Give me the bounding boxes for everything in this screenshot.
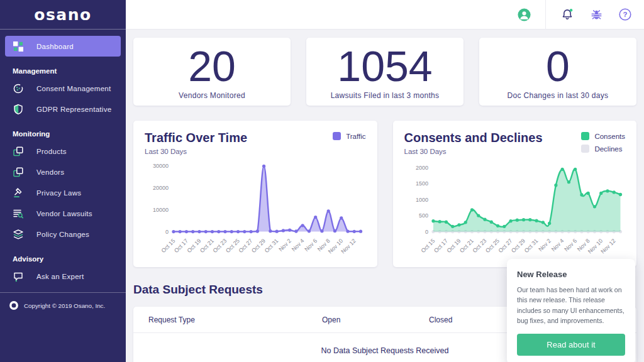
- svg-text:Nov 6: Nov 6: [303, 238, 318, 253]
- bug-report-icon[interactable]: [589, 7, 604, 22]
- svg-text:Oct 31: Oct 31: [264, 238, 280, 254]
- chart-subtitle: Last 30 Days: [404, 148, 543, 155]
- svg-text:Oct 23: Oct 23: [212, 238, 228, 254]
- dashboard-icon: [13, 41, 24, 52]
- svg-text:0: 0: [425, 228, 428, 234]
- stat-label: Vendors Monitored: [179, 91, 245, 100]
- consents-line-chart: 0500100015002000Oct 15Oct 17Oct 19Oct 21…: [404, 156, 626, 256]
- legend-label: Consents: [594, 133, 625, 140]
- chart-subtitle: Last 30 Days: [145, 148, 247, 155]
- topbar-divider: [545, 0, 546, 30]
- sidebar: osano Dashboard Management Consent Manag…: [0, 0, 126, 362]
- legend-entry-declines: Declines: [581, 145, 625, 153]
- svg-text:Oct 31: Oct 31: [523, 238, 539, 254]
- svg-text:Oct 17: Oct 17: [173, 238, 189, 254]
- charts-row: Traffic Over Time Last 30 Days Traffic 0…: [133, 121, 636, 267]
- svg-text:2000: 2000: [415, 165, 428, 171]
- svg-text:Oct 21: Oct 21: [199, 238, 215, 254]
- sidebar-item-label: Vendor Lawsuits: [36, 210, 92, 217]
- copyright-text: Copyright © 2019 Osano, Inc.: [24, 302, 105, 309]
- layers-icon: [13, 229, 24, 240]
- svg-text:Nov 4: Nov 4: [291, 238, 306, 253]
- osano-ring-icon: [9, 300, 19, 310]
- sidebar-item-label: Privacy Laws: [36, 189, 81, 197]
- chart-title: Traffic Over Time: [145, 131, 247, 145]
- overlapping-squares-icon: [13, 146, 24, 157]
- traffic-chart-card: Traffic Over Time Last 30 Days Traffic 0…: [133, 121, 377, 267]
- svg-text:0: 0: [165, 228, 169, 234]
- sidebar-item-label: Ask an Expert: [36, 273, 84, 280]
- stat-value: 20: [188, 46, 236, 87]
- svg-text:Nov 4: Nov 4: [550, 238, 565, 253]
- speech-bubble-icon: [13, 271, 24, 282]
- svg-text:1000: 1000: [415, 197, 428, 203]
- list-search-icon: [13, 208, 24, 219]
- gavel-icon: [13, 187, 24, 199]
- notifications-bell-icon[interactable]: [560, 7, 575, 22]
- popup-title: New Release: [517, 270, 625, 279]
- chart-title: Consents and Declines: [404, 131, 543, 145]
- section-header-advisory: Advisory: [13, 255, 113, 263]
- cookie-icon: [13, 83, 24, 94]
- svg-text:Oct 27: Oct 27: [238, 238, 254, 254]
- svg-text:Nov 2: Nov 2: [277, 238, 292, 253]
- stat-card-doc-changes: 0 Doc Changes in last 30 days: [479, 38, 636, 106]
- svg-text:Oct 25: Oct 25: [225, 238, 241, 254]
- sidebar-item-label: Policy Changes: [36, 231, 89, 238]
- svg-text:Oct 27: Oct 27: [497, 238, 513, 254]
- shield-icon: [13, 104, 24, 115]
- sidebar-item-dashboard[interactable]: Dashboard: [5, 36, 121, 57]
- sidebar-item-vendors[interactable]: Vendors: [0, 162, 126, 182]
- svg-text:Oct 29: Oct 29: [510, 238, 526, 254]
- svg-text:Oct 17: Oct 17: [433, 238, 449, 254]
- svg-text:30000: 30000: [153, 163, 169, 169]
- sidebar-item-vendor-lawsuits[interactable]: Vendor Lawsuits: [0, 203, 126, 224]
- svg-text:Oct 19: Oct 19: [445, 238, 462, 254]
- sidebar-item-label: GDPR Representative: [36, 106, 111, 113]
- svg-text:500: 500: [418, 212, 428, 219]
- help-icon[interactable]: ?: [618, 7, 633, 22]
- stats-row: 20 Vendors Monitored 1054 Lawsuits Filed…: [133, 38, 636, 106]
- legend-label: Traffic: [346, 133, 365, 140]
- section-header-management: Management: [13, 67, 113, 75]
- legend-entry-consents: Consents: [581, 132, 625, 140]
- stat-card-vendors-monitored: 20 Vendors Monitored: [133, 38, 291, 106]
- section-header-monitoring: Monitoring: [13, 130, 113, 138]
- account-icon[interactable]: [516, 7, 531, 22]
- traffic-line-chart: 0100002000030000Oct 15Oct 17Oct 19Oct 21…: [145, 156, 366, 256]
- sidebar-item-consent-management[interactable]: Consent Management: [0, 78, 126, 99]
- new-release-popup: New Release Our team has been hard at wo…: [507, 259, 635, 362]
- svg-text:Oct 29: Oct 29: [250, 238, 267, 254]
- svg-text:1500: 1500: [415, 180, 428, 187]
- sidebar-item-gdpr-representative[interactable]: GDPR Representative: [0, 99, 126, 119]
- column-header-open: Open: [322, 315, 429, 324]
- svg-text:Oct 15: Oct 15: [419, 238, 436, 254]
- read-about-it-button[interactable]: Read about it: [517, 334, 625, 356]
- stat-value: 0: [546, 46, 570, 87]
- stat-label: Doc Changes in last 30 days: [508, 91, 609, 100]
- overlapping-squares-icon: [13, 167, 24, 178]
- column-header-request-type: Request Type: [148, 315, 322, 324]
- consents-legend: Consents Declines: [581, 132, 625, 155]
- svg-text:?: ?: [623, 11, 628, 18]
- sidebar-item-label: Vendors: [36, 168, 64, 176]
- sidebar-item-label: Products: [36, 148, 67, 155]
- osano-logo: osano: [34, 6, 91, 24]
- svg-text:Oct 15: Oct 15: [160, 238, 177, 254]
- stat-card-lawsuits-filed: 1054 Lawsuits Filed in last 3 months: [306, 38, 464, 106]
- svg-text:Oct 25: Oct 25: [484, 238, 501, 254]
- svg-text:Nov 2: Nov 2: [537, 238, 552, 253]
- stat-label: Lawsuits Filed in last 3 months: [331, 91, 440, 100]
- svg-text:Oct 23: Oct 23: [471, 238, 487, 254]
- sidebar-item-privacy-laws[interactable]: Privacy Laws: [0, 182, 126, 203]
- legend-entry-traffic: Traffic: [333, 132, 365, 140]
- consents-chart-card: Consents and Declines Last 30 Days Conse…: [393, 121, 637, 267]
- logo-container: osano: [0, 0, 126, 30]
- declines-legend-swatch: [581, 145, 589, 153]
- consents-legend-swatch: [581, 132, 589, 140]
- traffic-legend-swatch: [333, 132, 341, 140]
- sidebar-item-products[interactable]: Products: [0, 141, 126, 162]
- svg-text:Nov 12: Nov 12: [340, 238, 357, 255]
- sidebar-item-ask-an-expert[interactable]: Ask an Expert: [0, 266, 126, 287]
- sidebar-item-policy-changes[interactable]: Policy Changes: [0, 224, 126, 244]
